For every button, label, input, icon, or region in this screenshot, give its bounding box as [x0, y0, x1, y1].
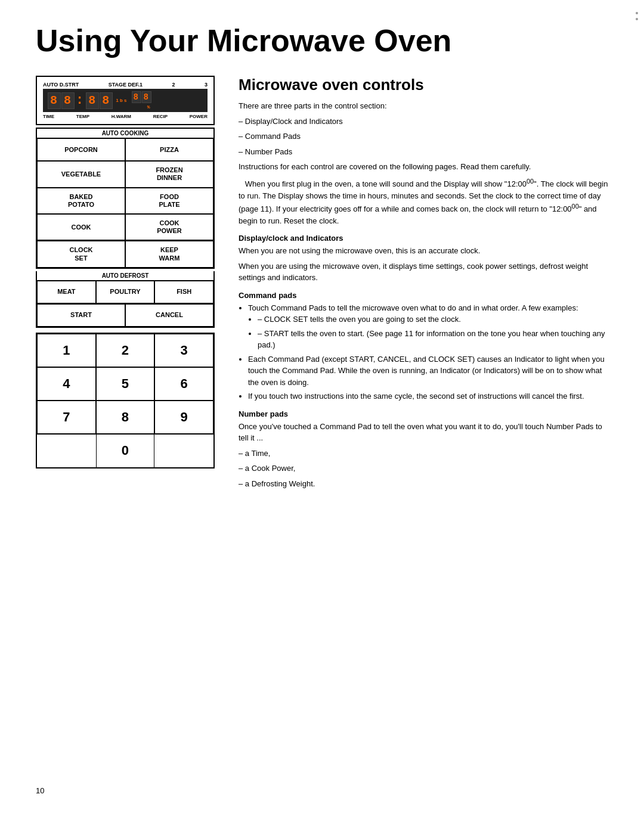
zero-row: 0 — [37, 434, 213, 467]
edge-dot-1 — [636, 12, 638, 14]
sub-bullet-clock-set: CLOCK SET tells the oven you are going t… — [258, 314, 608, 325]
auto-cooking-grid: POPCORN PIZZA VEGETABLE FROZENDINNER BAK… — [37, 138, 213, 240]
digit-3: 8 — [86, 92, 99, 109]
label-percent: % — [132, 104, 151, 110]
command-pads-list: Touch Command Pads to tell the microwave… — [248, 302, 608, 402]
edge-dots — [636, 12, 638, 20]
label-2: 2 — [172, 82, 175, 88]
intro-line-1: There are three parts in the control sec… — [239, 100, 608, 112]
para-not-using: When you are not using the microwave ove… — [239, 245, 608, 257]
btn-cook-power[interactable]: COOKPOWER — [125, 214, 213, 240]
display-digits: 8 8 : 8 8 lbs — [48, 92, 128, 109]
auto-defrost-section: AUTO DEFROST MEAT POULTRY FISH START CAN… — [36, 271, 215, 328]
digit-2: 8 — [61, 92, 75, 109]
label-time: TIME — [43, 114, 54, 119]
sub-bullet-start: START tells the oven to start. (See page… — [258, 328, 608, 351]
btn-6[interactable]: 6 — [154, 367, 213, 401]
zero-spacer-left — [37, 435, 96, 467]
start-cancel-row: START CANCEL — [37, 303, 213, 327]
para-number: Once you've touched a Command Pad to tel… — [239, 421, 608, 444]
number-pad-section: 1 2 3 4 5 6 7 8 9 0 — [36, 333, 215, 468]
label-auto-dstrt: AUTO D.STRT — [43, 82, 79, 88]
btn-fish[interactable]: FISH — [154, 281, 213, 303]
btn-1[interactable]: 1 — [37, 334, 96, 367]
auto-cooking-section: AUTO COOKING POPCORN PIZZA VEGETABLE FRO… — [36, 128, 215, 269]
label-stage-def: STAGE DEF.1 — [109, 82, 143, 88]
auto-cooking-label: AUTO COOKING — [37, 129, 213, 138]
subheading-number: Number pads — [239, 409, 608, 418]
page-title: Using Your Microwave Oven — [36, 24, 608, 58]
btn-8[interactable]: 8 — [96, 401, 155, 434]
right-column: Microwave oven controls There are three … — [239, 76, 608, 493]
main-layout: AUTO D.STRT STAGE DEF.1 2 3 8 8 : 8 8 lb… — [36, 76, 608, 493]
edge-dot-2 — [636, 18, 638, 20]
btn-vegetable[interactable]: VEGETABLE — [37, 161, 125, 187]
digit-4: 8 — [100, 92, 113, 109]
intro-line-3: – Command Pads — [239, 131, 608, 142]
display-screen: 8 8 : 8 8 lbs 8 8 % — [43, 89, 208, 112]
btn-2[interactable]: 2 — [96, 334, 155, 367]
btn-meat[interactable]: MEAT — [37, 281, 96, 303]
display-bottom-labels: TIME TEMP H.WARM RECIP POWER — [43, 114, 208, 119]
number-bullet-time: – a Time, — [239, 448, 608, 460]
label-power: POWER — [190, 114, 208, 119]
label-hwarm: H.WARM — [112, 114, 131, 119]
display-top-labels: AUTO D.STRT STAGE DEF.1 2 3 — [43, 82, 208, 88]
para-using: When you are using the microwave oven, i… — [239, 260, 608, 284]
bullet-3: If you touch two instructions into the s… — [248, 390, 608, 402]
label-recip: RECIP — [153, 114, 168, 119]
small-digit-1: 8 — [132, 91, 141, 103]
btn-pizza[interactable]: PIZZA — [125, 138, 213, 161]
btn-3[interactable]: 3 — [154, 334, 213, 367]
intro-line-5: Instructions for each control are covere… — [239, 161, 608, 173]
display-panel: AUTO D.STRT STAGE DEF.1 2 3 8 8 : 8 8 lb… — [36, 76, 215, 125]
sub-bullet-1: CLOCK SET tells the oven you are going t… — [258, 314, 608, 351]
small-digit-group: 8 8 % — [132, 91, 151, 110]
small-digit-2: 8 — [142, 91, 151, 103]
zero-spacer-right — [154, 435, 213, 467]
label-lbs: lbs — [116, 98, 128, 103]
intro-line-2: – Display/Clock and Indicators — [239, 116, 608, 128]
bullet-1: Touch Command Pads to tell the microwave… — [248, 302, 608, 351]
defrost-grid: MEAT POULTRY FISH — [37, 281, 213, 303]
btn-0[interactable]: 0 — [96, 435, 155, 467]
para-plug-in: When you first plug in the oven, a tone … — [239, 176, 608, 227]
btn-poultry[interactable]: POULTRY — [96, 281, 155, 303]
controls-heading: Microwave oven controls — [239, 76, 608, 94]
intro-line-4: – Number Pads — [239, 146, 608, 158]
auto-defrost-label: AUTO DEFROST — [37, 271, 213, 281]
btn-7[interactable]: 7 — [37, 401, 96, 434]
btn-baked-potato[interactable]: BAKEDPOTATO — [37, 188, 125, 214]
colon-1: : — [75, 93, 85, 108]
btn-popcorn[interactable]: POPCORN — [37, 138, 125, 161]
btn-4[interactable]: 4 — [37, 367, 96, 401]
btn-clock-set[interactable]: CLOCKSET — [37, 241, 125, 267]
btn-frozen-dinner[interactable]: FROZENDINNER — [125, 161, 213, 187]
page-number: 10 — [36, 786, 44, 795]
bullet-2: Each Command Pad (except START, CANCEL, … — [248, 353, 608, 389]
btn-food-plate[interactable]: FOODPLATE — [125, 188, 213, 214]
btn-keep-warm[interactable]: KEEPWARM — [125, 241, 213, 267]
small-digits-row: 8 8 — [132, 91, 151, 103]
subheading-display: Display/clock and Indicators — [239, 234, 608, 243]
subheading-command: Command pads — [239, 291, 608, 300]
btn-cook[interactable]: COOK — [37, 214, 125, 240]
btn-cancel[interactable]: CANCEL — [125, 304, 213, 327]
btn-start[interactable]: START — [37, 304, 125, 327]
display-side-labels: lbs — [116, 98, 128, 103]
btn-5[interactable]: 5 — [96, 367, 155, 401]
btn-9[interactable]: 9 — [154, 401, 213, 434]
label-temp: TEMP — [76, 114, 89, 119]
left-column: AUTO D.STRT STAGE DEF.1 2 3 8 8 : 8 8 lb… — [36, 76, 215, 468]
label-3: 3 — [205, 82, 208, 88]
number-bullet-defrost: – a Defrosting Weight. — [239, 478, 608, 490]
number-bullet-cook: – a Cook Power, — [239, 463, 608, 474]
clock-warm-row: CLOCKSET KEEPWARM — [37, 240, 213, 267]
num-grid: 1 2 3 4 5 6 7 8 9 — [37, 334, 213, 434]
digit-1: 8 — [48, 92, 61, 109]
